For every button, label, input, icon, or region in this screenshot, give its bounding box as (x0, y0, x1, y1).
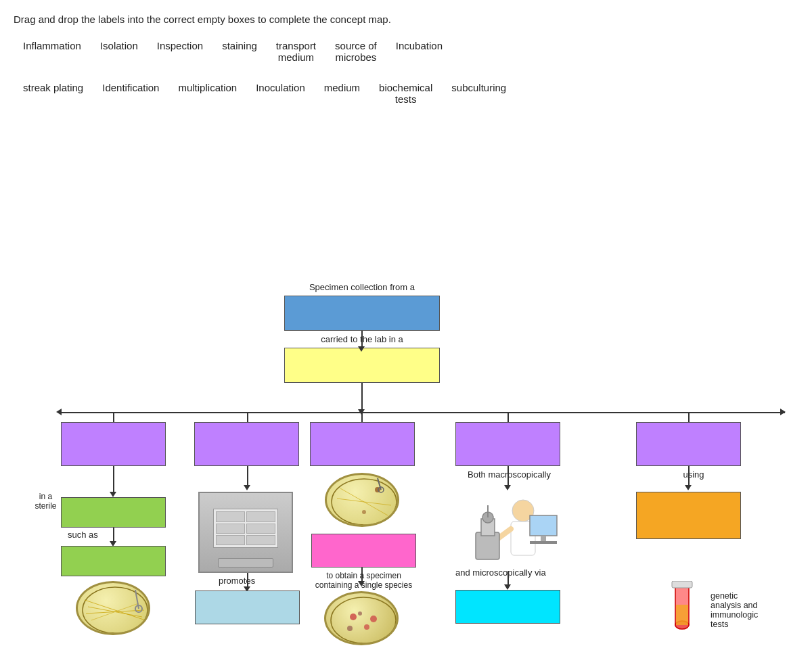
cyan-box[interactable] (455, 590, 560, 624)
to-obtain-label: to obtain a specimen containing a single… (301, 571, 426, 590)
genetic-label: genetic analysis and immunologic tests (710, 591, 805, 629)
label-multiplication[interactable]: multiplication (168, 79, 246, 108)
in-a-sterile-label: in a sterile (27, 492, 64, 511)
green-box-2[interactable] (61, 546, 166, 576)
label-inflammation[interactable]: Inflammation (14, 37, 91, 66)
purple-box-1[interactable] (61, 422, 166, 466)
transport-box[interactable] (284, 348, 440, 383)
incubator-image (198, 492, 293, 573)
instructions: Drag and drop the labels into the correc… (14, 14, 798, 25)
label-inspection[interactable]: Inspection (148, 37, 212, 66)
label-transport-medium[interactable]: transport medium (267, 37, 325, 66)
svg-point-11 (362, 510, 366, 514)
label-medium[interactable]: medium (315, 79, 369, 108)
svg-rect-23 (476, 532, 499, 559)
both-macro-label: Both macroscopically (453, 469, 565, 480)
such-as-label: such as (68, 530, 98, 540)
label-incubation[interactable]: Incubation (386, 37, 452, 66)
and-micro-label: and microscopically via (455, 568, 546, 578)
svg-point-17 (358, 611, 362, 616)
label-streak-plating[interactable]: streak plating (14, 79, 93, 108)
svg-point-15 (350, 614, 357, 620)
orange-box[interactable] (636, 492, 741, 539)
svg-line-9 (337, 499, 391, 505)
labels-area: Inflammation Isolation Inspection staini… (14, 37, 798, 66)
svg-rect-29 (530, 541, 557, 544)
label-inoculation[interactable]: Inoculation (246, 79, 315, 108)
green-box-1[interactable] (61, 497, 166, 528)
label-identification[interactable]: Identification (93, 79, 168, 108)
svg-rect-27 (530, 515, 557, 536)
pink-box[interactable] (311, 534, 416, 568)
concept-map: Specimen collection from a carried to th… (20, 121, 792, 635)
svg-line-4 (91, 603, 139, 620)
svg-rect-32 (672, 581, 692, 588)
svg-point-19 (347, 626, 353, 631)
purple-box-2[interactable] (194, 422, 299, 466)
purple-box-3[interactable] (310, 422, 415, 466)
test-tube-image (662, 581, 702, 645)
purple-box-4[interactable] (455, 422, 560, 466)
specimen-collection-label: Specimen collection from a (284, 282, 440, 292)
svg-point-16 (364, 624, 369, 630)
label-biochemical-tests[interactable]: biochemical tests (369, 79, 442, 108)
svg-point-14 (331, 597, 396, 643)
labels-area-row2: streak plating Identification multiplica… (14, 79, 798, 108)
multiplication-box[interactable] (195, 591, 300, 624)
svg-rect-28 (541, 536, 546, 541)
svg-rect-33 (676, 605, 688, 625)
using-label: using (667, 469, 721, 480)
purple-box-5[interactable] (636, 422, 741, 466)
label-subculturing[interactable]: subculturing (442, 79, 516, 108)
petri-dish-3 (324, 591, 399, 645)
specimen-box[interactable] (284, 296, 440, 331)
microscope-person (455, 492, 560, 566)
promotes-label: promotes (219, 576, 255, 586)
svg-point-18 (370, 616, 377, 622)
label-isolation[interactable]: Isolation (91, 37, 148, 66)
label-source-of-microbes[interactable]: source of microbes (325, 37, 386, 66)
petri-dish-2 (325, 473, 399, 527)
label-staining[interactable]: staining (212, 37, 267, 66)
